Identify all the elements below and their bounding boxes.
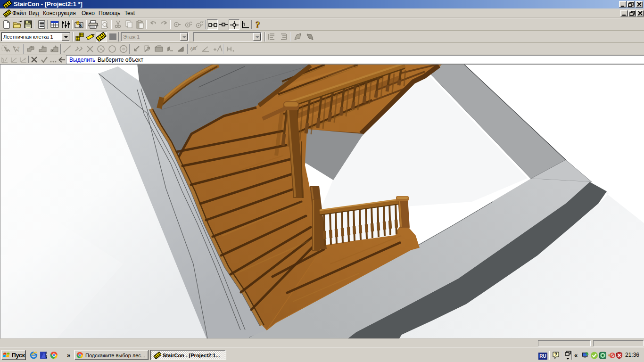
svg-text:AB: AB — [190, 46, 196, 51]
svg-text:?: ? — [256, 20, 260, 30]
svg-text:?: ? — [17, 46, 20, 50]
svg-text:$: $ — [79, 23, 82, 28]
svg-text:?: ? — [554, 352, 557, 357]
